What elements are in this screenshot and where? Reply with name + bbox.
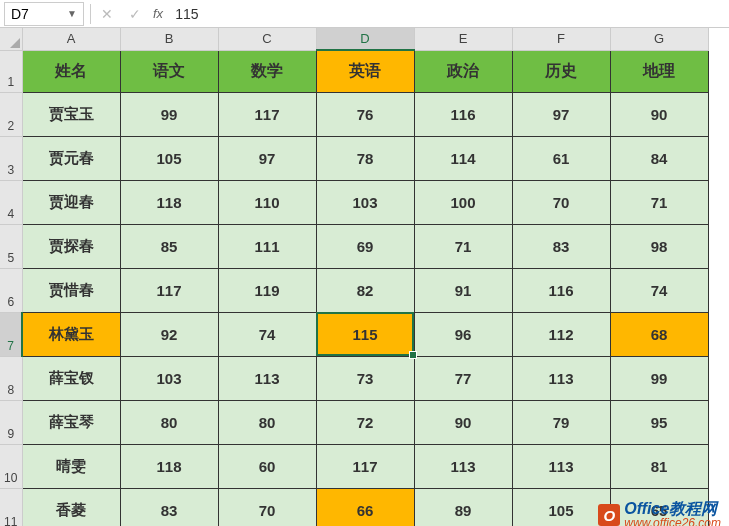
header-cell[interactable]: 姓名 — [22, 50, 120, 92]
data-cell[interactable]: 113 — [218, 356, 316, 400]
data-cell[interactable]: 85 — [120, 224, 218, 268]
chevron-down-icon[interactable]: ▼ — [67, 8, 77, 19]
data-cell[interactable]: 香菱 — [22, 488, 120, 526]
data-cell[interactable]: 97 — [512, 92, 610, 136]
col-header-F[interactable]: F — [512, 28, 610, 50]
header-cell[interactable]: 语文 — [120, 50, 218, 92]
row-header[interactable]: 9 — [0, 400, 22, 444]
data-cell[interactable]: 薛宝琴 — [22, 400, 120, 444]
data-cell[interactable]: 90 — [610, 92, 708, 136]
data-cell[interactable]: 贾迎春 — [22, 180, 120, 224]
data-cell[interactable]: 61 — [512, 136, 610, 180]
data-cell[interactable]: 89 — [414, 488, 512, 526]
col-header-C[interactable]: C — [218, 28, 316, 50]
data-cell[interactable]: 晴雯 — [22, 444, 120, 488]
row-header[interactable]: 11 — [0, 488, 22, 526]
row-header[interactable]: 10 — [0, 444, 22, 488]
data-cell[interactable]: 60 — [218, 444, 316, 488]
row-header[interactable]: 2 — [0, 92, 22, 136]
row-header[interactable]: 5 — [0, 224, 22, 268]
data-cell[interactable]: 贾宝玉 — [22, 92, 120, 136]
col-header-D[interactable]: D — [316, 28, 414, 50]
data-cell[interactable]: 98 — [610, 224, 708, 268]
data-cell[interactable]: 78 — [316, 136, 414, 180]
data-cell[interactable]: 97 — [218, 136, 316, 180]
header-cell[interactable]: 英语 — [316, 50, 414, 92]
data-cell[interactable]: 92 — [120, 312, 218, 356]
data-cell[interactable]: 113 — [414, 444, 512, 488]
header-cell[interactable]: 政治 — [414, 50, 512, 92]
data-cell[interactable]: 76 — [316, 92, 414, 136]
fx-label[interactable]: fx — [153, 6, 163, 21]
data-cell[interactable]: 79 — [512, 400, 610, 444]
data-cell[interactable]: 116 — [414, 92, 512, 136]
data-cell[interactable]: 91 — [414, 268, 512, 312]
data-cell[interactable]: 71 — [414, 224, 512, 268]
data-cell[interactable]: 117 — [218, 92, 316, 136]
data-cell[interactable]: 71 — [610, 180, 708, 224]
data-cell[interactable]: 68 — [610, 312, 708, 356]
data-cell[interactable]: 贾惜春 — [22, 268, 120, 312]
data-cell[interactable]: 81 — [610, 444, 708, 488]
data-cell[interactable]: 117 — [120, 268, 218, 312]
data-cell[interactable]: 95 — [610, 400, 708, 444]
row-header[interactable]: 8 — [0, 356, 22, 400]
row-header[interactable]: 1 — [0, 50, 22, 92]
row-header[interactable]: 7 — [0, 312, 22, 356]
data-cell[interactable]: 96 — [414, 312, 512, 356]
formula-input[interactable]: 115 — [167, 4, 729, 24]
col-header-B[interactable]: B — [120, 28, 218, 50]
data-cell[interactable]: 84 — [610, 136, 708, 180]
data-cell[interactable]: 111 — [218, 224, 316, 268]
data-cell[interactable]: 99 — [610, 356, 708, 400]
data-cell[interactable]: 66 — [316, 488, 414, 526]
header-cell[interactable]: 地理 — [610, 50, 708, 92]
data-cell[interactable]: 105 — [120, 136, 218, 180]
row-header[interactable]: 6 — [0, 268, 22, 312]
header-cell[interactable]: 历史 — [512, 50, 610, 92]
data-cell[interactable]: 73 — [316, 356, 414, 400]
data-cell[interactable]: 77 — [414, 356, 512, 400]
data-cell[interactable]: 103 — [120, 356, 218, 400]
data-cell[interactable]: 113 — [512, 444, 610, 488]
data-cell[interactable]: 118 — [120, 180, 218, 224]
data-cell[interactable]: 103 — [316, 180, 414, 224]
col-header-G[interactable]: G — [610, 28, 708, 50]
data-cell[interactable]: 116 — [512, 268, 610, 312]
data-cell[interactable]: 83 — [120, 488, 218, 526]
data-cell[interactable]: 99 — [120, 92, 218, 136]
data-cell[interactable]: 80 — [120, 400, 218, 444]
row-header[interactable]: 3 — [0, 136, 22, 180]
data-cell[interactable]: 林黛玉 — [22, 312, 120, 356]
data-cell[interactable]: 贾探春 — [22, 224, 120, 268]
col-header-A[interactable]: A — [22, 28, 120, 50]
data-cell[interactable]: 114 — [414, 136, 512, 180]
confirm-icon[interactable]: ✓ — [121, 2, 149, 26]
data-cell[interactable]: 70 — [218, 488, 316, 526]
header-cell[interactable]: 数学 — [218, 50, 316, 92]
select-all-corner[interactable] — [0, 28, 22, 50]
data-cell[interactable]: 69 — [316, 224, 414, 268]
data-cell[interactable]: 82 — [316, 268, 414, 312]
spreadsheet-grid[interactable]: A B C D E F G 1姓名语文数学英语政治历史地理2贾宝玉9911776… — [0, 28, 709, 526]
data-cell[interactable]: 70 — [512, 180, 610, 224]
data-cell[interactable]: 薛宝钗 — [22, 356, 120, 400]
data-cell[interactable]: 83 — [512, 224, 610, 268]
data-cell[interactable]: 113 — [512, 356, 610, 400]
data-cell[interactable]: 115 — [316, 312, 414, 356]
data-cell[interactable]: 72 — [316, 400, 414, 444]
data-cell[interactable]: 80 — [218, 400, 316, 444]
col-header-E[interactable]: E — [414, 28, 512, 50]
cancel-icon[interactable]: ✕ — [93, 2, 121, 26]
data-cell[interactable]: 贾元春 — [22, 136, 120, 180]
data-cell[interactable]: 112 — [512, 312, 610, 356]
data-cell[interactable]: 118 — [120, 444, 218, 488]
data-cell[interactable]: 90 — [414, 400, 512, 444]
data-cell[interactable]: 100 — [414, 180, 512, 224]
data-cell[interactable]: 105 — [512, 488, 610, 526]
data-cell[interactable]: 74 — [610, 268, 708, 312]
name-box[interactable]: D7 ▼ — [4, 2, 84, 26]
row-header[interactable]: 4 — [0, 180, 22, 224]
data-cell[interactable]: 119 — [218, 268, 316, 312]
data-cell[interactable]: 110 — [218, 180, 316, 224]
